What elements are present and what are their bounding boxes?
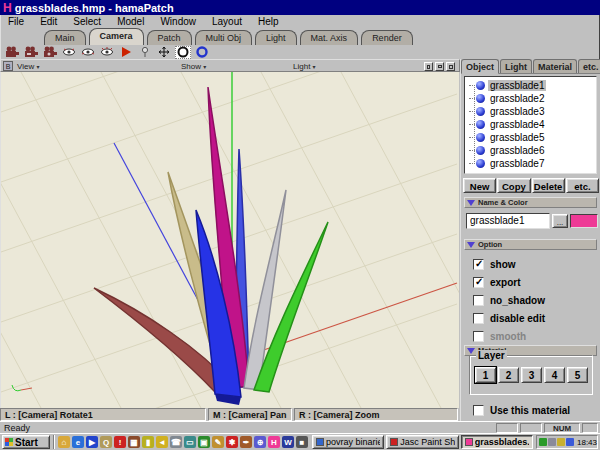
start-button[interactable]: Start: [2, 435, 50, 449]
stop-icon[interactable]: !: [114, 436, 126, 448]
list-item[interactable]: grassblade4: [465, 118, 596, 131]
menu-file[interactable]: File: [0, 16, 32, 27]
pin-view-button[interactable]: [424, 62, 433, 71]
copy-button[interactable]: Copy: [497, 178, 530, 193]
pencil-icon[interactable]: ✎: [212, 436, 224, 448]
checkbox-box[interactable]: ✓: [473, 295, 484, 306]
tab-main[interactable]: Main: [44, 30, 86, 45]
checkbox-box[interactable]: ✓: [473, 405, 484, 416]
menu-window[interactable]: Window: [152, 16, 204, 27]
new-button[interactable]: New: [463, 178, 496, 193]
rotate-mode-icon[interactable]: [175, 46, 191, 59]
view-dropdown[interactable]: View ▾: [17, 62, 39, 71]
eye2-icon[interactable]: [80, 46, 96, 59]
list-item[interactable]: grassblade7: [465, 157, 596, 170]
show-checkbox[interactable]: ✓ show: [473, 258, 516, 271]
speaker-icon[interactable]: ◄: [156, 436, 168, 448]
eye1-icon[interactable]: [61, 46, 77, 59]
arrow-icon[interactable]: ▶: [86, 436, 98, 448]
layer-2-button[interactable]: 2: [498, 367, 519, 383]
word-icon[interactable]: W: [282, 436, 294, 448]
name-color-header[interactable]: Name & Color: [464, 197, 597, 208]
panel-tab-object[interactable]: Object: [461, 59, 499, 74]
panel-tab-etc[interactable]: etc.: [578, 59, 600, 73]
taskbar-window-grassblades[interactable]: grassblades...: [461, 435, 533, 449]
tab-camera[interactable]: Camera: [89, 28, 144, 45]
menu-help[interactable]: Help: [250, 16, 287, 27]
phone-icon[interactable]: ☎: [170, 436, 182, 448]
move-icon[interactable]: [156, 46, 172, 59]
gray-app-icon[interactable]: ■: [296, 436, 308, 448]
lamp-pin-icon[interactable]: [137, 46, 153, 59]
render-play-icon[interactable]: [118, 46, 134, 59]
split-view-button[interactable]: [435, 62, 444, 71]
camera2-icon[interactable]: [23, 46, 39, 59]
clock-icon[interactable]: ⊕: [254, 436, 266, 448]
use-material-checkbox[interactable]: ✓ Use this material: [473, 404, 570, 417]
status-bar: Ready NUM: [0, 421, 600, 433]
home-icon[interactable]: ⌂: [58, 436, 70, 448]
star-icon[interactable]: ✱: [226, 436, 238, 448]
menu-layout[interactable]: Layout: [204, 16, 250, 27]
tab-patch[interactable]: Patch: [147, 30, 192, 45]
tray-clock-icon[interactable]: [566, 438, 574, 446]
tab-render[interactable]: Render: [361, 30, 413, 45]
orbit-mode-icon[interactable]: [194, 46, 210, 59]
menu-edit[interactable]: Edit: [32, 16, 65, 27]
list-item[interactable]: grassblade5: [465, 131, 596, 144]
tab-light[interactable]: Light: [255, 30, 297, 45]
camera1-icon[interactable]: [4, 46, 20, 59]
tray-volume-icon[interactable]: [557, 438, 565, 446]
light-dropdown[interactable]: Light ▾: [293, 62, 316, 71]
taskbar-window-povray[interactable]: povray binaries i...: [312, 435, 384, 449]
show-dropdown[interactable]: Show ▾: [181, 62, 206, 71]
eye3-icon[interactable]: [99, 46, 115, 59]
layer-1-button[interactable]: 1: [475, 367, 496, 383]
panel-tab-material[interactable]: Material: [533, 59, 577, 73]
checkbox-box[interactable]: ✓: [473, 259, 484, 270]
option-header[interactable]: Option: [464, 239, 597, 250]
mode-tab-bar: Main Camera Patch Multi Obj Light Mat. A…: [0, 28, 600, 45]
menu-select[interactable]: Select: [65, 16, 109, 27]
object-list[interactable]: grassblade1 grassblade2 grassblade3 gras…: [464, 76, 597, 174]
paint-icon[interactable]: ✒: [240, 436, 252, 448]
delete-button[interactable]: Delete: [532, 178, 565, 193]
etc-button[interactable]: etc.: [566, 178, 599, 193]
monitor-icon[interactable]: ▭: [184, 436, 196, 448]
battery-icon[interactable]: ▮: [142, 436, 154, 448]
taskbar-window-paintshop[interactable]: Jasc Paint Shop...: [386, 435, 458, 449]
green-app-icon[interactable]: ▣: [198, 436, 210, 448]
disable-edit-checkbox[interactable]: ✓ disable edit: [473, 312, 545, 325]
layer-3-button[interactable]: 3: [521, 367, 542, 383]
list-item[interactable]: grassblade6: [465, 144, 596, 157]
tab-mat-axis[interactable]: Mat. Axis: [300, 30, 359, 45]
resize-grip[interactable]: [582, 423, 598, 433]
quick-launch: ⌂ e ▶ Q ! ▦ ▮ ◄ ☎ ▭ ▣ ✎ ✱ ✒ ⊕ H W ■: [58, 436, 308, 448]
search-icon[interactable]: Q: [100, 436, 112, 448]
hamapatch-icon[interactable]: H: [268, 436, 280, 448]
object-color-swatch[interactable]: [570, 214, 598, 228]
list-item[interactable]: grassblade3: [465, 105, 596, 118]
panel-tab-light[interactable]: Light: [500, 59, 532, 73]
camera3-icon[interactable]: [42, 46, 58, 59]
tray-printer-icon[interactable]: [548, 438, 556, 446]
title-bar[interactable]: H grassblades.hmp - hamaPatch: [0, 0, 600, 15]
list-item[interactable]: grassblade1: [465, 79, 596, 92]
tab-multi-obj[interactable]: Multi Obj: [195, 30, 253, 45]
layer-4-button[interactable]: 4: [544, 367, 565, 383]
no-shadow-checkbox[interactable]: ✓ no_shadow: [473, 294, 545, 307]
maximize-view-button[interactable]: [446, 62, 455, 71]
package-icon[interactable]: ▦: [128, 436, 140, 448]
checkbox-box[interactable]: ✓: [473, 277, 484, 288]
layer-5-button[interactable]: 5: [567, 367, 588, 383]
menu-model[interactable]: Model: [109, 16, 152, 27]
export-checkbox[interactable]: ✓ export: [473, 276, 521, 289]
checkbox-box[interactable]: ✓: [473, 313, 484, 324]
viewport-corner-icon[interactable]: B: [3, 61, 13, 71]
object-name-input[interactable]: [466, 213, 550, 229]
list-item[interactable]: grassblade2: [465, 92, 596, 105]
ie-icon[interactable]: e: [72, 436, 84, 448]
tray-status-icon[interactable]: [539, 438, 547, 446]
browse-color-button[interactable]: ...: [552, 214, 568, 228]
3d-canvas[interactable]: [1, 72, 459, 408]
